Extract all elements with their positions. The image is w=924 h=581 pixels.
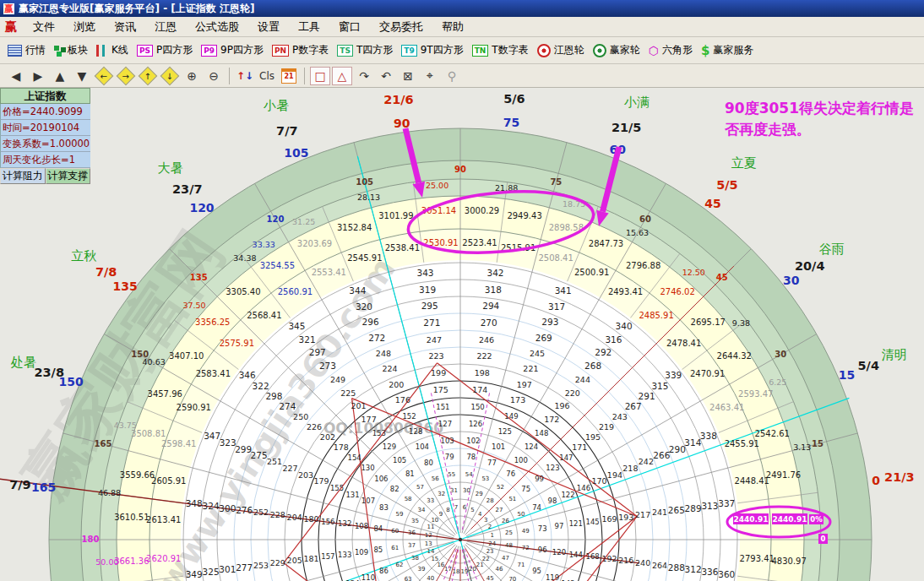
zoom-out-button[interactable]: ⊖ <box>204 67 224 85</box>
svg-text:120: 120 <box>552 548 566 557</box>
svg-text:169: 169 <box>601 514 617 524</box>
svg-text:339: 339 <box>665 370 682 380</box>
center-tool[interactable]: ⌖ <box>420 67 440 85</box>
menu-item-交易委托[interactable]: 交易委托 <box>370 19 432 35</box>
menu-item-窗口[interactable]: 窗口 <box>329 19 370 35</box>
menu-item-工具[interactable]: 工具 <box>289 19 329 35</box>
svg-text:20/4: 20/4 <box>795 259 825 273</box>
pan-down-button[interactable]: ↓ <box>160 67 180 85</box>
svg-text:2613.41: 2613.41 <box>146 515 181 524</box>
svg-text:264: 264 <box>652 561 667 570</box>
zoom-in-button[interactable]: ⊕ <box>182 67 202 85</box>
svg-text:180: 180 <box>82 535 100 544</box>
calc-resistance-button[interactable]: 计算阻力 <box>0 168 46 184</box>
svg-text:122: 122 <box>561 491 574 499</box>
svg-text:2491.76: 2491.76 <box>766 470 801 480</box>
menu-item-江恩[interactable]: 江恩 <box>145 19 186 35</box>
svg-text:223: 223 <box>428 351 443 361</box>
pin-tool[interactable]: ⚲ <box>442 67 462 85</box>
prev-arrow[interactable]: ◀ <box>6 67 26 85</box>
svg-text:175: 175 <box>433 385 448 394</box>
menu-item-浏览[interactable]: 浏览 <box>64 19 105 35</box>
badge-icon: T9 <box>401 45 416 57</box>
svg-text:2485.91: 2485.91 <box>639 311 673 320</box>
cls-button[interactable]: Cls <box>257 67 277 85</box>
svg-text:275: 275 <box>251 450 268 460</box>
drawing-toolbar: ◀▶▲▼←→↑↓⊕⊖↑↓Cls21□△↷↶⊠⌖⚲ <box>0 64 924 88</box>
updown-button[interactable]: ↑↓ <box>235 67 255 85</box>
toolbar-button-赢家轮[interactable]: 赢家轮 <box>593 43 640 57</box>
rotate-cw-button[interactable]: ↷ <box>354 67 374 85</box>
svg-text:3203.69: 3203.69 <box>297 239 332 248</box>
toolbar-button-9T四方形[interactable]: T99T四方形 <box>401 43 463 57</box>
sector-blocks-icon <box>54 46 59 51</box>
toolbar-button-六角形[interactable]: ⬡六角形 <box>649 43 693 57</box>
svg-text:2695.17: 2695.17 <box>691 318 726 327</box>
svg-text:243: 243 <box>612 412 628 421</box>
svg-text:165: 165 <box>94 439 111 448</box>
toolbar-button-T四方形[interactable]: TST四方形 <box>337 43 393 57</box>
svg-text:14: 14 <box>427 548 434 555</box>
menu-item-公式选股[interactable]: 公式选股 <box>186 19 248 35</box>
info-row: 变换系数=1.00000 <box>0 136 90 152</box>
box-x-tool[interactable]: ⊠ <box>398 67 418 85</box>
toolbar-button-P四方形[interactable]: PSP四方形 <box>137 43 193 57</box>
svg-text:31.25: 31.25 <box>292 217 315 226</box>
calc-support-button[interactable]: 计算支撑 <box>46 168 91 184</box>
svg-text:78: 78 <box>466 453 476 461</box>
svg-text:25.00: 25.00 <box>426 181 448 190</box>
svg-text:180: 180 <box>303 514 318 524</box>
svg-text:43.75: 43.75 <box>114 421 137 430</box>
menu-item-资讯[interactable]: 资讯 <box>105 19 145 35</box>
next-arrow[interactable]: ▶ <box>28 67 48 85</box>
menu-item-帮助[interactable]: 帮助 <box>432 19 473 35</box>
svg-text:105: 105 <box>393 456 406 464</box>
svg-text:294: 294 <box>482 301 499 311</box>
rotate-ccw-button[interactable]: ↶ <box>376 67 396 85</box>
toolbar-button-P数字表[interactable]: PNP数字表 <box>272 43 329 57</box>
application-window: 赢 赢家江恩专业版[赢家服务平台] - [上证指数 江恩轮] 赢 文件浏览资讯江… <box>0 0 924 581</box>
toolbar-button-江恩轮[interactable]: 江恩轮 <box>537 43 584 57</box>
calendar-button[interactable]: 21 <box>279 67 299 85</box>
triangle-tool[interactable]: △ <box>332 67 352 85</box>
svg-text:216: 216 <box>618 556 633 565</box>
toolbar-button-赢家服务[interactable]: $赢家服务 <box>701 43 753 58</box>
toolbar-button-K线[interactable]: K线 <box>96 43 128 57</box>
svg-text:192: 192 <box>601 554 617 563</box>
svg-text:135: 135 <box>112 280 137 293</box>
toolbar-label: T数字表 <box>492 43 528 57</box>
svg-text:347: 347 <box>204 431 220 441</box>
svg-text:224: 224 <box>383 364 398 373</box>
pan-left-button[interactable]: ← <box>94 67 114 85</box>
toolbar-button-行情[interactable]: 行情 <box>8 43 46 57</box>
svg-text:301: 301 <box>219 564 236 574</box>
svg-text:315: 315 <box>651 381 668 391</box>
svg-text:104: 104 <box>416 443 429 451</box>
down-arrow[interactable]: ▼ <box>72 67 92 85</box>
svg-text:226: 226 <box>307 422 322 432</box>
menu-logo-icon: 赢 <box>5 19 17 35</box>
square-tool[interactable]: □ <box>310 67 330 85</box>
svg-text:110: 110 <box>361 573 375 581</box>
menu-item-设置[interactable]: 设置 <box>248 19 289 35</box>
svg-text:146: 146 <box>577 484 590 492</box>
toolbar-button-T数字表[interactable]: TNT数字表 <box>472 43 529 57</box>
svg-text:148: 148 <box>535 429 548 437</box>
up-arrow[interactable]: ▲ <box>50 67 70 85</box>
svg-text:72: 72 <box>522 545 530 551</box>
svg-text:6.25: 6.25 <box>769 377 786 387</box>
svg-text:201: 201 <box>351 401 366 410</box>
svg-text:96: 96 <box>538 546 547 554</box>
pan-right-button[interactable]: → <box>116 67 136 85</box>
svg-text:293: 293 <box>541 317 558 327</box>
svg-text:82: 82 <box>390 485 399 493</box>
menu-item-文件[interactable]: 文件 <box>24 19 64 35</box>
toolbar-button-9P四方形[interactable]: P99P四方形 <box>201 43 264 57</box>
toolbar-button-板块[interactable]: 板块 <box>54 43 88 57</box>
pan-up-button[interactable]: ↑ <box>138 67 158 85</box>
svg-text:79: 79 <box>445 453 454 461</box>
svg-text:4830.97: 4830.97 <box>771 557 806 566</box>
svg-text:348: 348 <box>186 498 203 508</box>
svg-text:292: 292 <box>595 347 611 357</box>
svg-text:2448.41: 2448.41 <box>735 476 769 486</box>
